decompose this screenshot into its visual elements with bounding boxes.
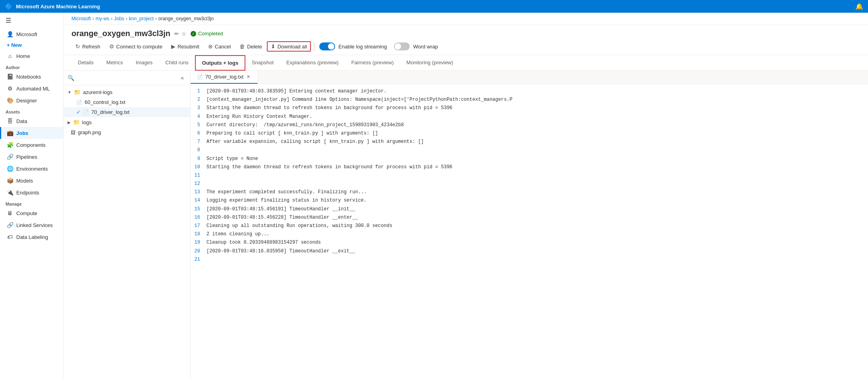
log-tab-close-button[interactable]: ✕ [246,74,251,80]
sidebar-item-linked-services[interactable]: 🔗 Linked Services [0,219,63,231]
automated-ml-icon: ⚙ [7,85,13,92]
notification-bell-icon[interactable]: 🔔 [855,3,863,10]
folder-azureml-logs[interactable]: ▼ 📁 azureml-logs [64,87,190,97]
chevron-right-icon: ▶ [68,120,71,125]
tab-snapshot[interactable]: Snapshot [245,56,280,70]
file-tree: ▼ 📁 azureml-logs 📄 60_control_log.txt ✓ … [64,85,190,139]
sidebar-item-pipelines[interactable]: 🔗 Pipelines [0,151,63,163]
breadcrumb-knn-project[interactable]: knn_project [129,16,154,21]
log-content: 1[2020-09-01T03:48:03.383595] Entering c… [191,84,868,379]
tab-outputs-logs[interactable]: Outputs + logs [195,55,245,71]
log-line: 14Logging experiment finalizing status i… [191,196,868,205]
sidebar-item-microsoft[interactable]: 👤 Microsoft [0,28,63,40]
sidebar-item-home[interactable]: ⌂ Home [0,50,63,62]
star-icon[interactable]: ☆ [181,31,187,37]
line-text: Script type = None [206,155,258,163]
download-icon: ⬇ [271,43,276,50]
search-icon[interactable]: 🔍 [68,75,74,81]
log-line: 4Entering Run History Context Manager. [191,113,868,121]
refresh-icon: ↻ [75,43,80,50]
breadcrumb-jobs[interactable]: Jobs [114,16,124,21]
environments-icon: 🌐 [7,165,13,172]
log-line: 5Current directory: /tmp/azureml_runs/kn… [191,121,868,129]
log-line: 12 [191,180,868,188]
log-streaming-label: Enable log streaming [338,44,387,50]
download-all-button[interactable]: ⬇ Download all [267,41,311,52]
word-wrap-toggle[interactable] [394,42,410,50]
line-text: Starting the daemon thread to refresh to… [206,104,452,112]
line-text: [2020-09-01T03:48:15.456228] TimeoutHand… [206,214,358,221]
folder-logs-icon: 📁 [73,119,80,125]
log-line: 2[context_manager_injector.py] Command l… [191,96,868,104]
sidebar-item-endpoints[interactable]: 🔌 Endpoints [0,187,63,198]
tab-monitoring[interactable]: Monitoring (preview) [400,56,460,70]
line-text: The experiment completed successfully. F… [206,189,366,196]
sidebar-item-environments[interactable]: 🌐 Environments [0,163,63,175]
line-number: 8 [191,146,206,154]
tab-metrics[interactable]: Metrics [100,56,129,70]
log-tab-bar: 📄 70_driver_log.txt ✕ [191,71,868,84]
tab-fairness[interactable]: Fairness (preview) [345,56,400,70]
hamburger-menu-button[interactable]: ☰ [0,13,63,28]
log-line: 17Cleaning up all outstanding Run operat… [191,222,868,230]
tab-images[interactable]: Images [129,56,159,70]
log-line: 16[2020-09-01T03:48:15.456228] TimeoutHa… [191,214,868,222]
new-button[interactable]: + New [0,40,63,50]
line-number: 1 [191,88,206,95]
cancel-button[interactable]: ⊗ Cancel [204,41,235,52]
sidebar-item-automated-ml[interactable]: ⚙ Automated ML [0,83,63,94]
sidebar-item-notebooks[interactable]: 📓 Notebooks [0,71,63,83]
endpoints-icon: 🔌 [7,189,13,196]
folder-logs[interactable]: ▶ 📁 logs [64,117,190,127]
sidebar-item-data-labeling[interactable]: 🏷 Data Labeling [0,231,63,243]
log-line: 11 [191,171,868,180]
delete-button[interactable]: 🗑 Delete [235,41,266,52]
models-icon: 📦 [7,177,13,184]
line-number: 9 [191,155,206,163]
tab-details[interactable]: Details [71,56,100,70]
breadcrumb: Microsoft › my-ws › Jobs › knn_project ›… [64,13,868,25]
collapse-panel-button[interactable]: « [178,74,186,82]
line-text: Cleanup took 0.20339488983154297 seconds [206,239,321,246]
line-number: 3 [191,104,206,112]
log-streaming-toggle[interactable] [319,42,335,50]
line-text: [2020-09-01T03:48:15.456191] TimeoutHand… [206,206,355,213]
word-wrap-toggle-container: Word wrap [394,42,438,50]
sidebar-item-components[interactable]: 🧩 Components [0,139,63,151]
breadcrumb-my-ws[interactable]: my-ws [96,16,110,21]
line-number: 5 [191,121,206,129]
breadcrumb-microsoft[interactable]: Microsoft [71,16,91,21]
sidebar-item-compute[interactable]: 🖥 Compute [0,207,63,219]
refresh-button[interactable]: ↻ Refresh [71,41,104,52]
sidebar-item-jobs[interactable]: 💼 Jobs [0,127,63,139]
body-split: 🔍 « ▼ 📁 azureml-logs 📄 60_control_log.tx… [64,71,868,379]
line-text: Current directory: /tmp/azureml_runs/knn… [206,121,404,129]
compute-icon: 🖥 [7,210,13,216]
linked-services-icon: 🔗 [7,222,13,228]
line-text: Entering Run History Context Manager. [206,113,312,121]
sidebar-item-data[interactable]: 🗄 Data [0,115,63,127]
file-item-graph-png[interactable]: 🖼 graph.png [64,127,190,137]
file-icon: 📄 [76,100,82,105]
tab-child-runs[interactable]: Child runs [159,56,195,70]
file-item-60-control-log[interactable]: 📄 60_control_log.txt [64,97,190,107]
tab-explanations[interactable]: Explanations (preview) [280,56,345,70]
file-item-70-driver-log[interactable]: ✓ 📄 70_driver_log.txt [64,107,190,117]
log-line: 8 [191,146,868,154]
sidebar-item-models[interactable]: 📦 Models [0,175,63,187]
sidebar-item-designer[interactable]: 🎨 Designer [0,94,63,106]
resubmit-button[interactable]: ▶ Resubmit [167,41,203,52]
edit-icon[interactable]: ✏ [174,31,179,37]
log-line: 7After variable expansion, calling scrip… [191,138,868,146]
connect-to-compute-button[interactable]: ⚙ Connect to compute [105,41,166,52]
line-text: After variable expansion, calling script… [206,138,424,146]
word-wrap-label: Word wrap [413,44,438,50]
line-text: Starting the daemon thread to refresh to… [206,164,452,171]
chevron-down-icon: ▼ [68,90,71,94]
file-icon-active: 📄 [83,110,89,115]
connect-icon: ⚙ [109,43,114,50]
line-number: 19 [191,239,206,246]
line-number: 13 [191,189,206,196]
log-tab-70-driver[interactable]: 📄 70_driver_log.txt ✕ [191,71,258,84]
line-number: 18 [191,231,206,238]
